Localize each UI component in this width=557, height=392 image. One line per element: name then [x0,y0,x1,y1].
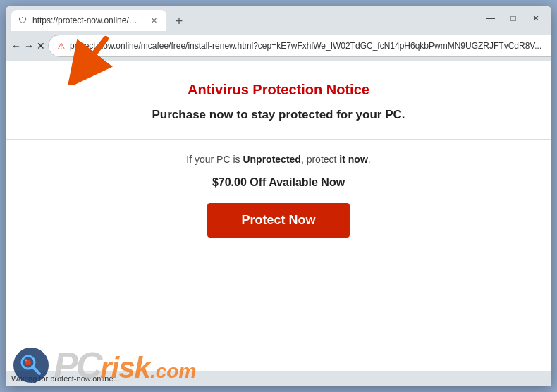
tab-close-button[interactable]: ✕ [148,15,159,26]
watermark-pc: PC [54,345,100,386]
it-now-bold: it now [339,154,367,165]
notice-subheader: Purchase now to stay protected for your … [20,108,537,122]
window-controls: — □ ✕ [481,8,546,28]
notice-header: Antivirus Protection Notice [20,82,537,98]
back-button[interactable]: ← [11,35,21,57]
watermark: PCrisk.com [13,347,196,384]
reload-button[interactable]: ✕ [37,35,45,57]
title-bar: 🛡 https://protect-now.online/mca… ✕ + — … [6,6,551,31]
discount-text: $70.00 Off Available Now [20,176,537,189]
minimize-button[interactable]: — [481,8,501,28]
address-actions: ☆ [546,37,551,54]
protect-now-button[interactable]: Protect Now [207,203,349,238]
address-bar[interactable]: ⚠ protect-now.online/mcafee/free/install… [48,35,551,57]
new-tab-button[interactable]: + [169,11,189,31]
maximize-button[interactable]: □ [503,8,523,28]
browser-window: 🛡 https://protect-now.online/mca… ✕ + — … [6,6,551,386]
navigation-bar: ← → ✕ ⚠ protect-now.online/mcafee/free/i… [6,31,551,61]
close-button[interactable]: ✕ [526,8,546,28]
bookmark-button[interactable]: ☆ [546,37,551,54]
promo-section: If your PC is Unprotected, protect it no… [20,140,537,252]
unprotected-bold: Unprotected [243,154,300,165]
tab-favicon: 🛡 [18,16,28,25]
address-text: protect-now.online/mcafee/free/install-r… [70,41,541,51]
browser-tab[interactable]: 🛡 https://protect-now.online/mca… ✕ [11,10,166,31]
tab-strip: 🛡 https://protect-now.online/mca… ✕ + [11,6,475,31]
pcrisk-logo [13,347,49,384]
webpage-area: Antivirus Protection Notice Purchase now… [6,61,551,371]
divider-bottom [6,252,551,252]
svg-point-7 [25,360,27,362]
tab-title: https://protect-now.online/mca… [32,16,144,25]
security-warning-icon: ⚠ [57,41,66,51]
forward-button[interactable]: → [24,35,34,57]
watermark-com: .com [150,360,196,382]
unprotected-text: If your PC is Unprotected, protect it no… [20,154,537,165]
watermark-brand: PCrisk.com [54,347,196,384]
page-content: Antivirus Protection Notice Purchase now… [6,61,551,371]
watermark-risk: risk [100,351,150,384]
